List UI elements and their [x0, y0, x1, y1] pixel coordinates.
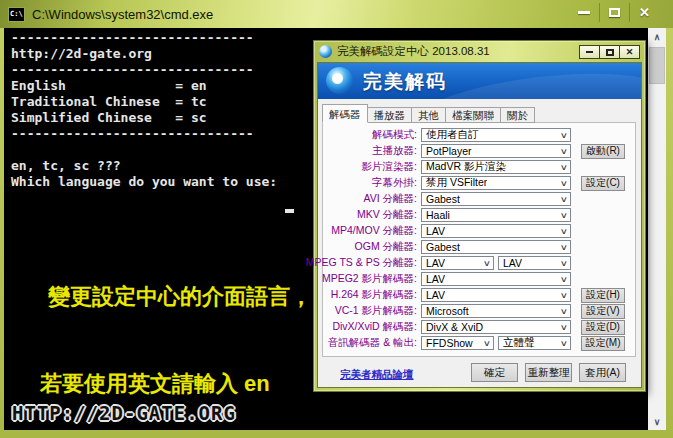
- cmd-close-button[interactable]: ✕: [629, 3, 659, 22]
- console-cursor: [285, 209, 294, 213]
- h264-decoder-label: H.264 影片解碼器:: [331, 288, 417, 302]
- dialog-close-button[interactable]: ✕: [619, 45, 640, 59]
- tab-other[interactable]: 其他: [411, 107, 446, 123]
- chevron-down-icon: ∨: [560, 227, 568, 236]
- tab-bar: 解碼器 播放器 其他 檔案關聯 關於: [322, 104, 535, 123]
- decode-mode-label: 解碼模式:: [372, 128, 417, 142]
- avi-splitter-label: AVI 分離器:: [364, 192, 417, 206]
- row-vc1-decoder: VC-1 影片解碼器: Microsoft∨ 設定(V): [323, 303, 635, 319]
- apply-button[interactable]: 套用(A): [579, 363, 626, 382]
- cmd-titlebar[interactable]: C:\ C:\Windows\system32\cmd.exe ✕: [0, 0, 673, 28]
- logo-highlight: [332, 73, 343, 84]
- chevron-down-icon: ∨: [560, 147, 568, 156]
- vc1-decoder-select[interactable]: Microsoft∨: [421, 304, 571, 318]
- chevron-down-icon: ∨: [560, 291, 568, 300]
- row-audio-decoder: 音訊解碼器 & 輸出: FFDShow∨ 立體聲∨ 設定(M): [323, 335, 635, 351]
- decode-mode-select[interactable]: 使用者自訂∨: [421, 128, 571, 142]
- chevron-down-icon: ∨: [560, 275, 568, 284]
- divx-decoder-select[interactable]: DivX & XviD∨: [421, 320, 571, 334]
- dialog-titlebar[interactable]: 完美解碼設定中心 2013.08.31 ✕: [314, 41, 645, 62]
- main-player-label: 主播放器:: [372, 144, 417, 158]
- tab-file-association[interactable]: 檔案關聯: [445, 107, 501, 123]
- app-banner: 完美解码: [318, 63, 641, 99]
- notice-line: 若要使用英文請輸入 en: [0, 369, 312, 398]
- row-subtitle-plugin: 字幕外掛: 禁用 VSFilter∨ 設定(C): [323, 175, 635, 191]
- h264-settings-button[interactable]: 設定(H): [581, 288, 625, 303]
- video-renderer-label: 影片渲染器:: [362, 160, 417, 174]
- minimize-icon: [578, 11, 590, 14]
- scrollbar-down-button[interactable]: ∨: [648, 413, 666, 430]
- tab-player[interactable]: 播放器: [367, 107, 413, 123]
- minimize-icon: [586, 51, 593, 53]
- forum-link[interactable]: 完美者精品論壇: [340, 368, 414, 382]
- close-icon: ✕: [639, 6, 650, 19]
- cmd-window-title: C:\Windows\system32\cmd.exe: [32, 7, 213, 22]
- console-scrollbar[interactable]: ∧ ∨: [648, 28, 666, 430]
- app-logo-icon: [319, 45, 332, 58]
- chevron-down-icon: ∨: [560, 163, 568, 172]
- close-icon: ✕: [626, 48, 634, 57]
- subtitle-plugin-label: 字幕外掛:: [372, 176, 417, 190]
- row-mp4-splitter: MP4/MOV 分離器: LAV∨: [323, 223, 635, 239]
- audio-output-select[interactable]: 立體聲∨: [498, 336, 571, 350]
- site-watermark: HTTP://2D-GATE.ORG: [12, 402, 236, 424]
- mpegps-splitter-select[interactable]: LAV∨: [498, 256, 571, 270]
- mkv-splitter-label: MKV 分離器:: [357, 208, 417, 222]
- chevron-down-icon: ∨: [483, 259, 491, 268]
- console-output: ------------------------------- http://2…: [11, 30, 285, 190]
- chevron-down-icon: ∨: [560, 179, 568, 188]
- row-mpeg2-decoder: MPEG2 影片解碼器: LAV∨: [323, 271, 635, 287]
- h264-decoder-select[interactable]: LAV∨: [421, 288, 571, 302]
- chevron-down-icon: ∨: [560, 339, 568, 348]
- mpegts-splitter-label: MPEG TS & PS 分離器:: [306, 256, 417, 270]
- mp4-splitter-select[interactable]: LAV∨: [421, 224, 571, 238]
- tab-decoder[interactable]: 解碼器: [322, 104, 368, 123]
- row-mkv-splitter: MKV 分離器: Haali∨: [323, 207, 635, 223]
- ogm-splitter-label: OGM 分離器:: [355, 240, 417, 254]
- chevron-down-icon: ∨: [560, 195, 568, 204]
- main-player-select[interactable]: PotPlayer∨: [421, 144, 571, 158]
- audio-decoder-label: 音訊解碼器 & 輸出:: [328, 336, 417, 350]
- divx-decoder-label: DivX/XviD 解碼器:: [332, 320, 417, 334]
- scrollbar-up-button[interactable]: ∧: [648, 28, 666, 45]
- mpeg2-decoder-select[interactable]: LAV∨: [421, 272, 571, 286]
- mkv-splitter-select[interactable]: Haali∨: [421, 208, 571, 222]
- chevron-down-icon: ∨: [560, 211, 568, 220]
- vc1-settings-button[interactable]: 設定(V): [581, 304, 625, 319]
- chevron-down-icon: ∨: [483, 339, 491, 348]
- scrollbar-thumb[interactable]: [649, 47, 665, 84]
- row-video-renderer: 影片渲染器: MadVR 影片渲染∨: [323, 159, 635, 175]
- row-divx-decoder: DivX/XviD 解碼器: DivX & XviD∨ 設定(D): [323, 319, 635, 335]
- row-h264-decoder: H.264 影片解碼器: LAV∨ 設定(H): [323, 287, 635, 303]
- maximize-icon: [609, 8, 620, 17]
- mpegts-splitter-select[interactable]: LAV∨: [421, 256, 494, 270]
- row-decode-mode: 解碼模式: 使用者自訂∨: [323, 127, 635, 143]
- launch-player-button[interactable]: 啟動(R): [581, 144, 625, 159]
- mp4-splitter-label: MP4/MOV 分離器:: [331, 224, 417, 238]
- row-main-player: 主播放器: PotPlayer∨ 啟動(R): [323, 143, 635, 159]
- audio-decoder-select[interactable]: FFDShow∨: [421, 336, 494, 350]
- row-mpegts-splitter: MPEG TS & PS 分離器: LAV∨ LAV∨: [323, 255, 635, 271]
- subtitle-settings-button[interactable]: 設定(C): [581, 176, 625, 191]
- subtitle-plugin-select[interactable]: 禁用 VSFilter∨: [421, 176, 571, 190]
- dialog-title: 完美解碼設定中心 2013.08.31: [337, 44, 490, 59]
- mpeg2-decoder-label: MPEG2 影片解碼器:: [322, 272, 417, 286]
- tab-about[interactable]: 關於: [500, 107, 535, 123]
- player-logo-icon: [326, 67, 353, 94]
- decoder-tab-panel: 解碼模式: 使用者自訂∨ 主播放器: PotPlayer∨ 啟動(R) 影片渲染…: [322, 122, 636, 357]
- dialog-minimize-button[interactable]: [579, 45, 600, 59]
- audio-settings-button[interactable]: 設定(M): [581, 336, 625, 351]
- cmd-minimize-button[interactable]: [569, 3, 599, 22]
- row-avi-splitter: AVI 分離器: Gabest∨: [323, 191, 635, 207]
- ok-button[interactable]: 確定: [471, 363, 518, 382]
- avi-splitter-select[interactable]: Gabest∨: [421, 192, 571, 206]
- ogm-splitter-select[interactable]: Gabest∨: [421, 240, 571, 254]
- settings-dialog: 完美解碼設定中心 2013.08.31 ✕ 完美解码 解碼器 播放器 其他 檔案…: [313, 40, 646, 392]
- refresh-button[interactable]: 重新整理: [525, 363, 572, 382]
- cmd-icon: C:\: [8, 7, 25, 22]
- dialog-maximize-button[interactable]: [599, 45, 620, 59]
- chevron-down-icon: ∨: [560, 323, 568, 332]
- video-renderer-select[interactable]: MadVR 影片渲染∨: [421, 160, 571, 174]
- cmd-maximize-button[interactable]: [599, 3, 629, 22]
- divx-settings-button[interactable]: 設定(D): [581, 320, 625, 335]
